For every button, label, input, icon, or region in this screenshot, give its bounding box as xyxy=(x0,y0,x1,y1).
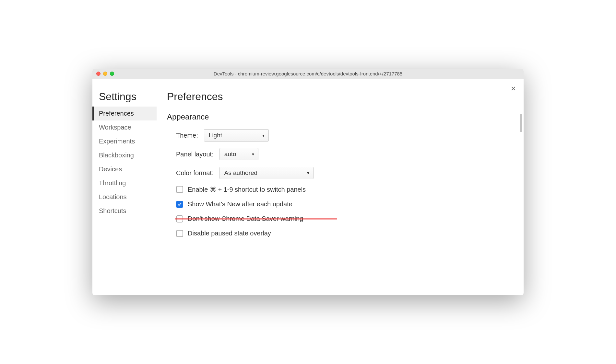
color-format-select[interactable]: As authored xyxy=(219,167,314,179)
checkbox-label: Disable paused state overlay xyxy=(188,230,271,237)
strikethrough-annotation xyxy=(175,218,337,219)
checkbox-whatsnew[interactable] xyxy=(176,201,183,208)
scrollbar-thumb[interactable] xyxy=(520,114,522,132)
titlebar: DevTools - chromium-review.googlesource.… xyxy=(92,69,524,79)
content-area: × Settings Preferences Workspace Experim… xyxy=(92,79,524,295)
window: DevTools - chromium-review.googlesource.… xyxy=(92,69,524,295)
traffic-lights xyxy=(92,72,114,76)
sidebar-item-locations[interactable]: Locations xyxy=(92,190,157,204)
checkbox-row-datasaver[interactable]: Don't show Chrome Data Saver warning xyxy=(167,215,513,222)
panel-layout-label: Panel layout: xyxy=(176,151,214,158)
checkbox-shortcut[interactable] xyxy=(176,186,183,193)
sidebar: Settings Preferences Workspace Experimen… xyxy=(92,79,157,295)
panel-layout-select[interactable]: auto xyxy=(219,148,258,160)
checkbox-row-paused-overlay[interactable]: Disable paused state overlay xyxy=(167,230,513,237)
window-container: DevTools - chromium-review.googlesource.… xyxy=(92,69,524,295)
sidebar-item-shortcuts[interactable]: Shortcuts xyxy=(92,204,157,218)
theme-label: Theme: xyxy=(176,132,198,139)
sidebar-item-throttling[interactable]: Throttling xyxy=(92,176,157,190)
panel-layout-row: Panel layout: auto xyxy=(167,148,513,160)
sidebar-item-blackboxing[interactable]: Blackboxing xyxy=(92,148,157,162)
color-format-select-value: As authored xyxy=(224,169,257,176)
main-panel: Preferences Appearance Theme: Light Pane… xyxy=(157,79,524,295)
theme-select[interactable]: Light xyxy=(204,129,269,142)
theme-select-value: Light xyxy=(209,132,222,139)
checkbox-label: Enable ⌘ + 1-9 shortcut to switch panels xyxy=(188,186,306,193)
minimize-window-button[interactable] xyxy=(103,72,107,76)
sidebar-item-workspace[interactable]: Workspace xyxy=(92,120,157,134)
section-heading-appearance: Appearance xyxy=(167,112,513,121)
page-title: Preferences xyxy=(167,91,513,103)
maximize-window-button[interactable] xyxy=(110,72,114,76)
color-format-row: Color format: As authored xyxy=(167,167,513,179)
theme-row: Theme: Light xyxy=(167,129,513,142)
sidebar-item-devices[interactable]: Devices xyxy=(92,162,157,176)
checkbox-paused-overlay[interactable] xyxy=(176,230,183,237)
checkbox-label: Show What's New after each update xyxy=(188,200,292,208)
sidebar-title: Settings xyxy=(92,91,157,107)
sidebar-item-preferences[interactable]: Preferences xyxy=(92,107,157,120)
color-format-label: Color format: xyxy=(176,169,214,177)
check-icon xyxy=(177,202,182,207)
window-title: DevTools - chromium-review.googlesource.… xyxy=(92,71,524,76)
checkbox-row-whatsnew[interactable]: Show What's New after each update xyxy=(167,200,513,208)
checkbox-row-shortcut[interactable]: Enable ⌘ + 1-9 shortcut to switch panels xyxy=(167,186,513,193)
sidebar-item-experiments[interactable]: Experiments xyxy=(92,134,157,148)
panel-layout-select-value: auto xyxy=(224,151,236,158)
close-window-button[interactable] xyxy=(96,72,101,76)
